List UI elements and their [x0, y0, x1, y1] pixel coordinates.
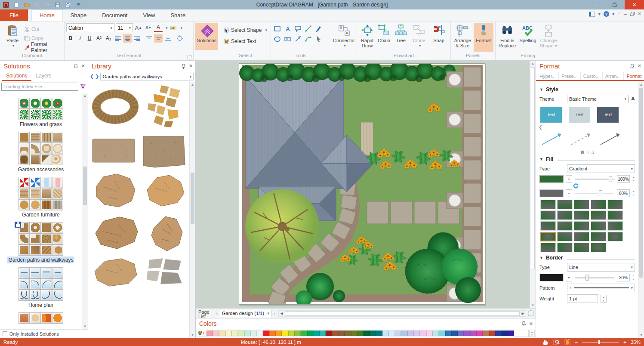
color-swatch[interactable]: [345, 331, 351, 336]
restore-button[interactable]: [605, 0, 625, 9]
solution-thumbnail[interactable]: [52, 154, 63, 165]
library-scrollbar[interactable]: ▲ ▼: [189, 82, 195, 338]
library-shape-flagstone-cluster[interactable]: [145, 84, 186, 130]
gradient-preset[interactable]: [591, 243, 606, 252]
only-installed-checkbox[interactable]: [3, 331, 7, 336]
fill-color2-swatch[interactable]: [539, 189, 564, 197]
color-swatch[interactable]: [401, 331, 407, 336]
canvas-horizontal-scrollbar[interactable]: ◀ ▶: [278, 310, 526, 317]
color-swatch[interactable]: [263, 331, 269, 336]
solution-thumbnail[interactable]: [30, 222, 41, 233]
clone-button[interactable]: Clone▾: [409, 23, 429, 52]
tree-button[interactable]: Tree: [392, 23, 409, 52]
solution-thumbnail[interactable]: [30, 278, 41, 290]
panel-layout-dropdown-icon[interactable]: ▾: [598, 11, 601, 17]
color-swatch[interactable]: [370, 331, 376, 336]
zoom-slider[interactable]: [582, 340, 619, 344]
zoom-search-icon[interactable]: [65, 2, 71, 8]
solution-thumbnail[interactable]: [41, 154, 52, 165]
close-icon[interactable]: ✕: [529, 321, 533, 327]
border-weight-spinner[interactable]: ▲▼: [601, 295, 607, 303]
gradient-preset[interactable]: [557, 243, 573, 252]
library-shape-pebble-ring[interactable]: [92, 84, 139, 130]
color-swatch[interactable]: [244, 331, 251, 336]
align-top-button[interactable]: [145, 34, 153, 43]
line-tool[interactable]: [305, 25, 312, 33]
rectangle-tool[interactable]: [274, 25, 281, 33]
solution-thumbnail[interactable]: [41, 312, 52, 324]
gradient-preset[interactable]: [540, 200, 556, 209]
text-format-dialog-launcher[interactable]: [188, 55, 192, 59]
solution-thumbnail[interactable]: [30, 312, 41, 324]
solution-thumbnail[interactable]: [41, 143, 52, 154]
chain-button[interactable]: Chain: [376, 23, 392, 52]
border-type-combo[interactable]: Line▾: [567, 263, 635, 272]
format-painter-button[interactable]: Format Painter: [24, 43, 62, 52]
library-collection-combo[interactable]: Garden paths and walkways▾: [100, 73, 194, 80]
pin-icon[interactable]: [630, 64, 634, 69]
color-swatch[interactable]: [508, 331, 515, 336]
solution-thumbnail[interactable]: [18, 154, 30, 165]
color-swatch[interactable]: [357, 331, 364, 336]
format-tab-custo[interactable]: Custo...: [581, 72, 603, 80]
italic-button[interactable]: I: [76, 34, 84, 43]
fill-opacity1-slider[interactable]: [575, 175, 614, 183]
library-back-icon[interactable]: ❮: [90, 74, 94, 79]
border-color-swatch[interactable]: [539, 274, 564, 281]
collapse-ribbon-icon[interactable]: ⌃: [617, 12, 621, 16]
solution-thumbnail[interactable]: [30, 132, 41, 143]
solution-thumbnail[interactable]: [30, 109, 41, 120]
ribbon-tab-file[interactable]: File: [0, 9, 28, 21]
theme-pin-icon[interactable]: [631, 96, 635, 102]
ribbon-tab-document[interactable]: Document: [94, 10, 135, 21]
gradient-preset[interactable]: [540, 210, 556, 220]
theme-preview-box[interactable]: Text: [540, 107, 562, 123]
ribbon-tab-shape[interactable]: Shape: [63, 10, 95, 21]
solution-thumbnail[interactable]: [52, 278, 63, 290]
gradient-preset[interactable]: [591, 200, 606, 209]
solution-thumbnail[interactable]: [52, 132, 63, 143]
solution-thumbnail[interactable]: [30, 290, 41, 301]
color-swatch[interactable]: [238, 331, 244, 336]
new-document-icon[interactable]: [13, 2, 20, 8]
panel-layout-icon[interactable]: [589, 12, 595, 17]
color-swatch[interactable]: [388, 331, 395, 336]
gradient-preset[interactable]: [557, 210, 573, 220]
border-section-header[interactable]: ▼Border: [539, 255, 635, 261]
align-middle-button[interactable]: [154, 34, 163, 43]
gradient-preset[interactable]: [607, 221, 623, 231]
solution-group-label[interactable]: Garden furniture: [0, 212, 82, 218]
gradient-rotate-icon[interactable]: [573, 183, 635, 189]
fill-opacity2-spinner[interactable]: ▲▼: [632, 189, 635, 197]
ellipse-tool[interactable]: [274, 35, 281, 43]
color-swatch[interactable]: [294, 331, 301, 336]
solution-thumbnail[interactable]: [41, 233, 52, 244]
border-pattern-combo[interactable]: 1:▾: [567, 284, 635, 292]
solution-thumbnail[interactable]: [18, 278, 30, 290]
color-swatch[interactable]: [269, 331, 276, 336]
solution-thumbnail[interactable]: [52, 177, 63, 188]
gradient-preset[interactable]: [574, 243, 589, 252]
library-shape-rock-2[interactable]: [144, 172, 186, 210]
color-swatch[interactable]: [320, 331, 326, 336]
pin-icon[interactable]: [182, 64, 185, 69]
text-direction-button[interactable]: [176, 34, 184, 43]
solution-thumbnail[interactable]: [52, 267, 63, 278]
paste-button[interactable]: Paste ▾: [2, 23, 23, 52]
solution-group-label[interactable]: Garden paths and walkways: [0, 257, 82, 263]
solution-group-label[interactable]: Garden accessories: [0, 167, 82, 173]
gradient-preset[interactable]: [607, 232, 623, 241]
color-swatch[interactable]: [257, 331, 263, 336]
font-color-dropdown-icon[interactable]: ▾: [166, 26, 168, 30]
frame-tool[interactable]: [284, 35, 292, 43]
color-swatch[interactable]: [483, 331, 489, 336]
pin-icon[interactable]: [74, 64, 78, 69]
gradient-preset[interactable]: [540, 232, 556, 241]
pen-tool[interactable]: [315, 25, 323, 33]
font-size-combo[interactable]: 11▾: [116, 23, 133, 32]
select-shape-button[interactable]: Select Shape▾: [224, 26, 267, 34]
solutions-tab-layers[interactable]: Layers: [31, 71, 55, 81]
solution-thumbnail[interactable]: [52, 222, 63, 233]
solution-thumbnail[interactable]: [52, 244, 63, 256]
solution-thumbnail[interactable]: [30, 143, 41, 154]
